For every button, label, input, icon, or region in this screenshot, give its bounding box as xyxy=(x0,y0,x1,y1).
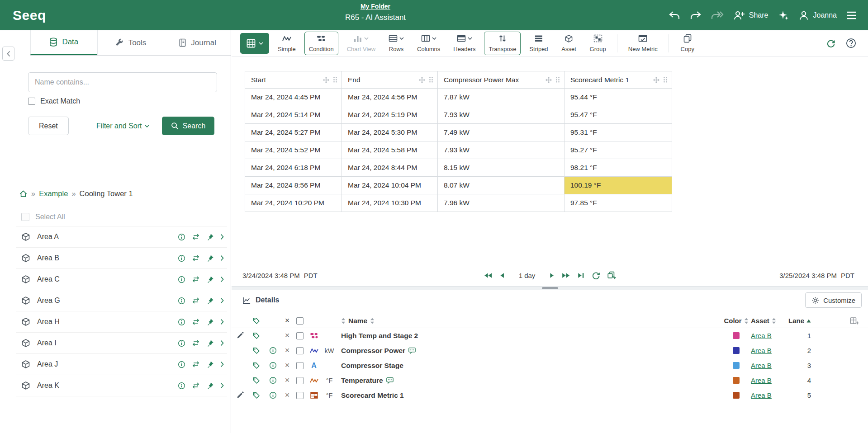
item-checkbox[interactable] xyxy=(296,392,304,399)
move-icon[interactable] xyxy=(545,77,552,83)
chevron-right-icon[interactable] xyxy=(220,297,224,304)
swap-icon[interactable] xyxy=(192,319,200,325)
list-item[interactable]: Area J xyxy=(16,354,227,375)
customize-button[interactable]: Customize xyxy=(805,292,862,308)
striped-button[interactable]: Striped xyxy=(525,32,552,55)
info-icon[interactable] xyxy=(178,382,185,390)
step-to-end-icon[interactable] xyxy=(577,272,585,279)
color-swatch[interactable] xyxy=(733,347,740,354)
column-menu-icon[interactable] xyxy=(428,76,434,83)
asset-button[interactable]: Asset xyxy=(557,32,581,55)
pin-icon[interactable] xyxy=(206,318,214,326)
info-icon[interactable] xyxy=(178,361,185,368)
details-row[interactable]: × kW Compressor Power Area B 2 xyxy=(232,343,868,358)
tab-journal[interactable]: Journal xyxy=(164,30,231,55)
info-icon[interactable] xyxy=(264,347,281,354)
duration-label[interactable]: 1 day xyxy=(519,272,536,279)
item-name[interactable]: High Temp and Stage 2 xyxy=(341,332,418,340)
table-row[interactable]: Mar 24, 2024 8:56 PMMar 24, 2024 10:04 P… xyxy=(245,177,672,194)
hamburger-menu-icon[interactable] xyxy=(846,11,857,20)
transpose-button[interactable]: Transpose xyxy=(484,32,521,55)
table-view-button[interactable] xyxy=(240,33,269,54)
share-button[interactable]: Share xyxy=(733,10,768,21)
redo-all-button[interactable] xyxy=(711,10,724,20)
simple-table-button[interactable]: Simple xyxy=(273,32,300,55)
sort-ascending-icon[interactable] xyxy=(806,319,811,323)
asset-link[interactable]: Area B xyxy=(751,377,772,384)
panel-splitter[interactable] xyxy=(232,286,868,290)
remove-icon[interactable]: × xyxy=(281,331,293,340)
column-header-power[interactable]: Compressor Power Max xyxy=(438,71,564,89)
swap-icon[interactable] xyxy=(192,297,200,304)
details-row[interactable]: × °F Scorecard Metric 1 Area B 5 xyxy=(232,388,868,403)
redo-button[interactable] xyxy=(690,10,702,20)
refresh-icon[interactable] xyxy=(826,39,835,48)
remove-icon[interactable]: × xyxy=(281,361,293,370)
info-icon[interactable] xyxy=(178,276,185,283)
new-metric-button[interactable]: New Metric xyxy=(624,32,662,55)
list-item[interactable]: Area A xyxy=(16,226,227,248)
column-header-metric[interactable]: Scorecard Metric 1 xyxy=(564,71,672,89)
select-all-checkbox[interactable] xyxy=(21,213,29,221)
chevron-right-icon[interactable] xyxy=(220,361,224,367)
swap-icon[interactable] xyxy=(192,276,200,282)
sort-icon[interactable] xyxy=(370,318,375,324)
group-button[interactable]: Group xyxy=(585,32,611,55)
copy-button[interactable]: Copy xyxy=(675,32,700,55)
exact-match-option[interactable]: Exact Match xyxy=(28,97,80,105)
exact-match-checkbox[interactable] xyxy=(28,98,35,105)
chevron-right-icon[interactable] xyxy=(220,319,224,325)
label-all-icon[interactable] xyxy=(248,317,264,325)
chevron-right-icon[interactable] xyxy=(220,255,224,261)
column-header-start[interactable]: Start xyxy=(245,71,342,89)
rows-button[interactable]: Rows xyxy=(384,32,408,55)
table-row[interactable]: Mar 24, 2024 10:20 PMMar 24, 2024 10:30 … xyxy=(245,194,672,212)
my-folder-link[interactable]: My Folder xyxy=(345,3,406,10)
remove-icon[interactable]: × xyxy=(281,376,293,385)
item-checkbox[interactable] xyxy=(296,332,304,339)
info-icon[interactable] xyxy=(264,362,281,369)
remove-icon[interactable]: × xyxy=(281,391,293,400)
item-name[interactable]: Scorecard Metric 1 xyxy=(341,391,404,400)
step-forward-half-icon[interactable] xyxy=(549,272,555,279)
sort-icon[interactable] xyxy=(744,318,749,324)
swap-icon[interactable] xyxy=(192,382,200,389)
label-icon[interactable] xyxy=(248,377,264,384)
table-row[interactable]: Mar 24, 2024 4:45 PMMar 24, 2024 4:56 PM… xyxy=(245,89,672,106)
chevron-right-icon[interactable] xyxy=(220,382,224,389)
pin-icon[interactable] xyxy=(206,361,214,368)
chevron-right-icon[interactable] xyxy=(220,276,224,282)
filter-and-sort-link[interactable]: Filter and Sort xyxy=(96,117,149,135)
lane-column-header[interactable]: Lane xyxy=(788,317,804,325)
user-menu[interactable]: Joanna xyxy=(798,10,837,21)
edit-icon[interactable] xyxy=(232,332,248,339)
item-name[interactable]: Compressor Stage xyxy=(341,362,403,370)
step-back-half-icon[interactable] xyxy=(499,272,505,279)
label-icon[interactable] xyxy=(248,362,264,369)
details-row[interactable]: × A Compressor Stage Area B 3 xyxy=(232,358,868,373)
asset-link[interactable]: Area B xyxy=(751,391,772,399)
color-swatch[interactable] xyxy=(733,332,740,339)
swap-icon[interactable] xyxy=(192,361,200,367)
headers-button[interactable]: Headers xyxy=(449,32,480,55)
item-name[interactable]: Temperature xyxy=(341,377,383,385)
chevron-right-icon[interactable] xyxy=(220,234,224,240)
move-icon[interactable] xyxy=(323,77,329,83)
info-icon[interactable] xyxy=(264,391,281,399)
list-item[interactable]: Area I xyxy=(16,333,227,354)
condition-table-button[interactable]: Condition xyxy=(304,32,338,55)
pin-icon[interactable] xyxy=(206,297,214,305)
home-icon[interactable] xyxy=(19,190,28,198)
column-header-end[interactable]: End xyxy=(342,71,438,89)
color-swatch[interactable] xyxy=(733,362,740,369)
asset-link[interactable]: Area B xyxy=(751,347,772,354)
info-icon[interactable] xyxy=(178,297,185,305)
color-swatch[interactable] xyxy=(733,392,740,399)
column-menu-icon[interactable] xyxy=(663,76,668,83)
ai-assistant-icon[interactable] xyxy=(778,10,789,21)
swap-icon[interactable] xyxy=(192,340,200,346)
columns-button[interactable]: Columns xyxy=(413,32,445,55)
info-icon[interactable] xyxy=(178,233,185,241)
auto-update-icon[interactable] xyxy=(592,271,600,280)
pin-icon[interactable] xyxy=(206,276,214,283)
